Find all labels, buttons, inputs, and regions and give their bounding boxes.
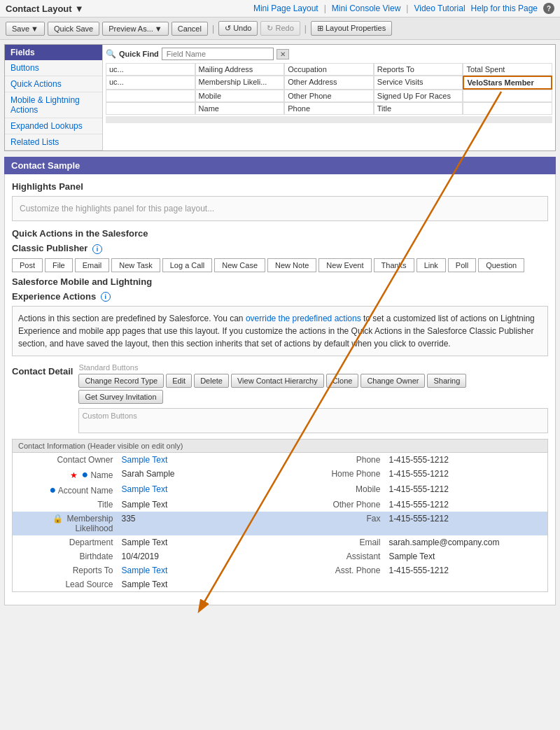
dropdown-icon[interactable]: ▼ xyxy=(75,3,84,14)
get-survey-invitation-button[interactable]: Get Survey Invitation xyxy=(78,390,162,404)
field-cell[interactable]: uc... xyxy=(106,76,195,90)
sidebar-item-buttons[interactable]: Buttons xyxy=(5,60,102,76)
field-cell[interactable]: VeloStars Member xyxy=(463,76,552,90)
table-row: Birthdate 10/4/2019 Assistant Sample Tex… xyxy=(13,549,547,563)
override-link[interactable]: override the predefined actions xyxy=(246,314,361,323)
clone-button[interactable]: Clone xyxy=(326,374,359,388)
info-icon-lightning[interactable]: i xyxy=(101,292,111,302)
sidebar-item-expanded-lookups[interactable]: Expanded Lookups xyxy=(5,118,102,134)
action-thanks[interactable]: Thanks xyxy=(374,258,414,272)
page-wrapper: Contact Layout ▼ Mini Page Layout | Mini… xyxy=(0,0,560,615)
action-new-event[interactable]: New Event xyxy=(318,258,371,272)
quick-save-button[interactable]: Quick Save xyxy=(48,22,99,36)
action-question[interactable]: Question xyxy=(478,258,524,272)
view-contact-hierarchy-button[interactable]: View Contact Hierarchy xyxy=(231,374,324,388)
action-email[interactable]: Email xyxy=(75,258,110,272)
delete-button[interactable]: Delete xyxy=(194,374,229,388)
field-cell[interactable]: Membership Likeli... xyxy=(195,76,285,90)
sidebar-item-related-lists[interactable]: Related Lists xyxy=(5,134,102,150)
lightning-actions-subtitle: Experience Actions i xyxy=(12,291,548,302)
help-icon[interactable]: ? xyxy=(543,3,554,14)
save-button[interactable]: Save ▼ xyxy=(6,22,45,36)
field-label: Mobile xyxy=(280,482,384,498)
field-cell[interactable]: Occupation xyxy=(284,63,374,76)
field-cell[interactable]: Signed Up For Races xyxy=(374,90,463,102)
fields-panel: Fields Buttons Quick Actions Mobile & Li… xyxy=(4,44,556,151)
field-cell[interactable]: Service Visits xyxy=(374,76,463,90)
quick-find-label: Quick Find xyxy=(119,50,159,58)
video-tutorial-link[interactable]: Video Tutorial xyxy=(414,3,465,13)
sharing-button[interactable]: Sharing xyxy=(427,374,466,388)
field-label: Department xyxy=(13,535,117,549)
action-link[interactable]: Link xyxy=(416,258,446,272)
field-value[interactable]: Sample Text xyxy=(117,453,280,467)
field-value: Sample Text xyxy=(117,577,280,591)
mini-page-layout-link[interactable]: Mini Page Layout xyxy=(253,3,318,13)
clear-search-button[interactable]: ✕ xyxy=(276,49,289,59)
field-cell[interactable] xyxy=(106,102,195,115)
action-post[interactable]: Post xyxy=(12,258,43,272)
field-label: Reports To xyxy=(13,563,117,577)
help-link[interactable]: Help for this Page xyxy=(471,3,538,13)
layout-properties-button[interactable]: ⊞ Layout Properties xyxy=(311,21,392,36)
field-cell[interactable] xyxy=(463,102,552,115)
field-cell[interactable]: Name xyxy=(195,102,285,115)
section-header: Contact Sample xyxy=(4,157,556,174)
table-row: Title Sample Text Other Phone 1-415-555-… xyxy=(13,498,547,512)
action-file[interactable]: File xyxy=(45,258,73,272)
cancel-button[interactable]: Cancel xyxy=(172,22,208,36)
sidebar-item-mobile-lightning[interactable]: Mobile & Lightning Actions xyxy=(5,92,102,118)
field-cell[interactable]: Mobile xyxy=(195,90,285,102)
action-poll[interactable]: Poll xyxy=(448,258,476,272)
field-value: 1-415-555-1212 xyxy=(384,563,547,577)
change-record-type-button[interactable]: Change Record Type xyxy=(78,374,164,388)
field-label: Home Phone xyxy=(280,467,384,482)
required-star: ★ xyxy=(70,470,78,480)
field-value[interactable]: Sample Text xyxy=(117,563,280,577)
field-label: Phone xyxy=(280,453,384,467)
contact-detail-wrapper: Contact Detail Standard Buttons Change R… xyxy=(12,363,548,433)
field-label: Other Phone xyxy=(280,498,384,512)
field-label: Email xyxy=(280,535,384,549)
field-cell[interactable] xyxy=(463,90,552,102)
field-cell[interactable]: Total Spent xyxy=(463,63,552,76)
contact-info-header: Contact Information (Header visible on e… xyxy=(13,440,547,453)
contact-info-section: Contact Information (Header visible on e… xyxy=(12,439,548,592)
field-value: 1-415-555-1212 xyxy=(384,482,547,498)
horizontal-scrollbar[interactable] xyxy=(106,116,552,123)
field-label: Contact Owner xyxy=(13,453,117,467)
field-value[interactable]: Sample Text xyxy=(117,482,280,498)
lightning-section: Actions in this section are predefined b… xyxy=(12,306,548,356)
undo-button[interactable]: ↺ Undo xyxy=(218,21,258,36)
field-cell[interactable]: Other Address xyxy=(284,76,374,90)
field-cell[interactable]: Mailing Address xyxy=(195,63,285,76)
action-log-call[interactable]: Log a Call xyxy=(162,258,213,272)
action-new-note[interactable]: New Note xyxy=(267,258,316,272)
field-label: Lead Source xyxy=(13,577,117,591)
field-value: 10/4/2019 xyxy=(117,549,280,563)
header-title-area: Contact Layout ▼ xyxy=(6,3,84,14)
fields-sidebar: Fields Buttons Quick Actions Mobile & Li… xyxy=(5,45,103,150)
quick-find-input[interactable] xyxy=(162,48,274,60)
preview-button[interactable]: Preview As... ▼ xyxy=(102,22,168,36)
field-label: Fax xyxy=(280,512,384,535)
field-cell[interactable]: Title xyxy=(374,102,463,115)
highlights-placeholder: Customize the highlights panel for this … xyxy=(20,204,214,213)
field-cell[interactable]: uc... xyxy=(106,63,195,76)
action-new-task[interactable]: New Task xyxy=(111,258,160,272)
field-cell[interactable] xyxy=(106,90,195,102)
action-new-case[interactable]: New Case xyxy=(214,258,265,272)
lock-icon: 🔒 xyxy=(52,514,63,524)
mini-console-view-link[interactable]: Mini Console View xyxy=(332,3,401,13)
highlights-panel-box: Customize the highlights panel for this … xyxy=(12,196,548,221)
field-cell[interactable]: Reports To xyxy=(374,63,463,76)
sidebar-item-quick-actions[interactable]: Quick Actions xyxy=(5,76,102,92)
edit-button[interactable]: Edit xyxy=(166,374,192,388)
info-icon[interactable]: i xyxy=(92,244,102,254)
field-value: 1-415-555-1212 xyxy=(384,467,547,482)
field-cell[interactable]: Other Phone xyxy=(284,90,374,102)
field-cell[interactable]: Phone xyxy=(284,102,374,115)
field-value: 335 xyxy=(117,512,280,535)
change-owner-button[interactable]: Change Owner xyxy=(360,374,425,388)
redo-button[interactable]: ↻ Redo xyxy=(260,21,300,36)
